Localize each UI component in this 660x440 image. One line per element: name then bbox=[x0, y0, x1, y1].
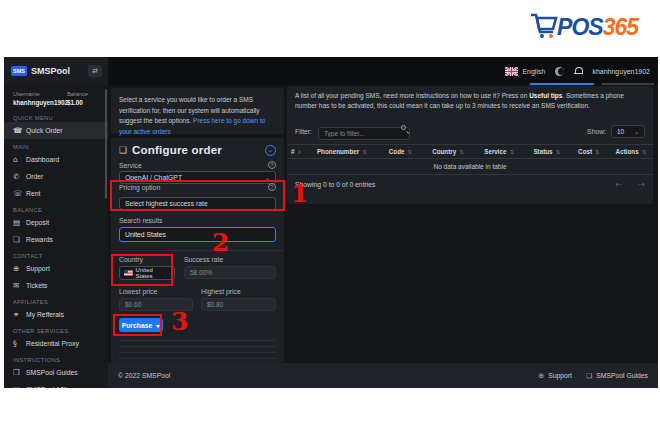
account-menu[interactable]: khanhnguyen1902 bbox=[592, 68, 650, 75]
sidebar-scrollbar[interactable] bbox=[105, 89, 107, 199]
divider bbox=[119, 358, 276, 359]
sidebar-item-dashboard[interactable]: ⌂ Dashboard bbox=[4, 151, 108, 168]
copyright-text: © 2022 SMSPool bbox=[118, 372, 170, 379]
proxy-icon: § bbox=[13, 339, 26, 348]
language-selector[interactable]: English bbox=[505, 67, 545, 76]
section-instructions: INSTRUCTIONS bbox=[4, 355, 108, 364]
username-label: Username bbox=[13, 91, 67, 97]
footer-guides-link[interactable]: ❏ SMSPool Guides bbox=[586, 372, 648, 380]
search-icon bbox=[401, 125, 406, 130]
globe-icon: ⊕ bbox=[538, 372, 544, 380]
balance-value: $1.00 bbox=[67, 99, 102, 106]
useful-tips-text: Useful tips bbox=[529, 92, 562, 99]
sidebar-item-residential-proxy[interactable]: § Residential Proxy bbox=[4, 335, 108, 352]
table-empty-state: No data available in table bbox=[287, 159, 653, 175]
home-icon: ⌂ bbox=[13, 155, 26, 164]
annotation-step3-number: 3 bbox=[171, 307, 188, 336]
brand-365-text: 365 bbox=[603, 14, 638, 41]
show-label: Show: bbox=[587, 128, 606, 135]
pending-sms-card: A list of all your pending SMS, need mor… bbox=[287, 86, 653, 204]
search-results-input[interactable]: United States bbox=[119, 227, 276, 242]
account-underline bbox=[602, 83, 654, 85]
phone-handset-icon: ✆ bbox=[13, 172, 26, 181]
header-actions: English khanhnguyen1902 bbox=[505, 57, 650, 85]
sidebar-header: SMS SMSPool ⇄ bbox=[4, 57, 108, 85]
column-cost[interactable]: Cost⇅ bbox=[569, 148, 609, 155]
column-code[interactable]: Code⇅ bbox=[378, 148, 422, 155]
smspool-window: SMS SMSPool ⇄ English khanhnguyen1902 bbox=[4, 57, 658, 388]
uk-flag-icon bbox=[505, 67, 518, 76]
theme-toggle-icon[interactable] bbox=[555, 67, 564, 76]
divider bbox=[119, 352, 276, 353]
service-label: Service bbox=[119, 162, 142, 169]
sidebar-item-order[interactable]: ✆ Order bbox=[4, 168, 108, 185]
annotation-step2-box bbox=[111, 254, 173, 286]
api-icon: ▣ bbox=[13, 385, 26, 388]
next-page-icon[interactable]: → bbox=[638, 180, 645, 189]
sort-icon: ⇅ bbox=[510, 149, 515, 155]
language-active-underline bbox=[530, 83, 594, 85]
divider bbox=[119, 340, 276, 341]
configure-order-title: Configure order bbox=[132, 144, 222, 156]
sort-icon: ⇅ bbox=[362, 149, 367, 155]
sort-icon: ⇅ bbox=[408, 149, 413, 155]
column-service[interactable]: Service⇅ bbox=[474, 148, 525, 155]
wallet-icon: ▤ bbox=[13, 218, 26, 227]
collapse-card-icon[interactable]: ⌄ bbox=[265, 145, 276, 156]
sidebar-item-quick-order[interactable]: ☎ Quick Order bbox=[4, 122, 108, 139]
table-footer: Showing 0 to 0 of 0 entries ← → bbox=[295, 180, 645, 189]
table-controls: Filter: Show: 10 ⌄ bbox=[295, 122, 645, 140]
sidebar-item-smspool-api[interactable]: ▣ SMSPool API bbox=[4, 381, 108, 388]
highest-price-label: Highest price bbox=[201, 288, 241, 295]
username-value: khanhnguyen1902 bbox=[13, 99, 67, 106]
sort-icon: ⇅ bbox=[556, 149, 561, 155]
filter-input[interactable] bbox=[318, 127, 410, 140]
user-info-block: Username khanhnguyen1902 Balance $1.00 bbox=[4, 85, 108, 110]
sidebar-item-support[interactable]: ⊕ Support bbox=[4, 260, 108, 277]
top-banner: POS365 bbox=[0, 0, 660, 57]
column-status[interactable]: Status⇅ bbox=[525, 148, 569, 155]
prev-page-icon[interactable]: ← bbox=[616, 180, 623, 189]
sort-icon: ⇅ bbox=[459, 149, 464, 155]
success-rate-label: Success rate bbox=[184, 256, 223, 263]
filter-label: Filter: bbox=[295, 128, 312, 135]
sidebar-item-deposit[interactable]: ▤ Deposit bbox=[4, 214, 108, 231]
search-results-label: Search results bbox=[119, 217, 162, 224]
sidebar-item-rent[interactable]: ☏ Rent bbox=[4, 185, 108, 202]
notifications-bell-icon[interactable] bbox=[574, 67, 582, 75]
column-country[interactable]: Country⇅ bbox=[422, 148, 473, 155]
sort-icon: ⇅ bbox=[595, 149, 600, 155]
table-header-row: #∧ Phonenumber⇅ Code⇅ Country⇅ Service⇅ … bbox=[287, 144, 653, 159]
language-label: English bbox=[522, 68, 545, 75]
service-help-icon[interactable]: ? bbox=[268, 161, 276, 169]
section-contact: CONTACT bbox=[4, 251, 108, 260]
envelope-icon: ✉ bbox=[13, 281, 26, 290]
pos365-logo: POS365 bbox=[529, 12, 638, 41]
divider bbox=[119, 346, 276, 347]
sidebar-toggle-icon[interactable]: ⇄ bbox=[88, 65, 102, 77]
column-actions[interactable]: Actions⇅ bbox=[609, 148, 653, 155]
phone-rent-icon: ☏ bbox=[13, 189, 26, 198]
highest-price-field: $0.80 bbox=[201, 298, 276, 311]
success-rate-field: 58.00% bbox=[184, 266, 276, 279]
sidebar-item-tickets[interactable]: ✉ Tickets bbox=[4, 277, 108, 294]
sidebar: Username khanhnguyen1902 Balance $1.00 Q… bbox=[4, 85, 108, 388]
page-size-select[interactable]: 10 ⌄ bbox=[611, 125, 645, 138]
book-icon: ❐ bbox=[13, 368, 26, 377]
sidebar-item-rewards[interactable]: ❑ Rewards bbox=[4, 231, 108, 248]
column-index[interactable]: #∧ bbox=[287, 148, 305, 155]
phone-icon: ☎ bbox=[13, 126, 26, 135]
header-username: khanhnguyen1902 bbox=[592, 68, 650, 75]
section-quick-menu: QUICK MENU bbox=[4, 113, 108, 122]
footer-support-link[interactable]: ⊕ Support bbox=[538, 372, 572, 380]
balance-label: Balance bbox=[67, 91, 102, 97]
users-icon: ⚭ bbox=[13, 310, 26, 319]
app-header: SMS SMSPool ⇄ English khanhnguyen1902 bbox=[4, 57, 658, 85]
section-affiliates: AFFILIATES bbox=[4, 297, 108, 306]
column-phonenumber[interactable]: Phonenumber⇅ bbox=[305, 148, 378, 155]
lifering-icon: ⊕ bbox=[13, 264, 26, 273]
document-icon: ❏ bbox=[586, 372, 592, 380]
cart-icon bbox=[529, 12, 559, 40]
sidebar-item-my-refferals[interactable]: ⚭ My Refferals bbox=[4, 306, 108, 323]
sidebar-item-smspool-guides[interactable]: ❐ SMSPool Guides bbox=[4, 364, 108, 381]
